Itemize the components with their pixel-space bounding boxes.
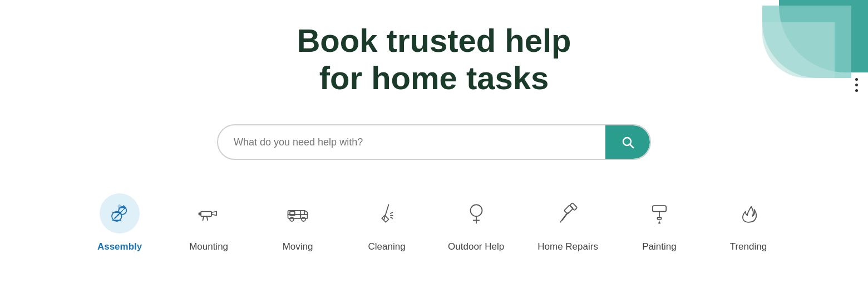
svg-line-10 — [203, 217, 204, 221]
svg-line-1 — [630, 145, 634, 148]
outdoor-icon — [465, 202, 488, 225]
search-input[interactable] — [218, 125, 605, 159]
search-icon — [621, 135, 634, 149]
mounting-label: Mounting — [189, 241, 228, 252]
moving-icon — [286, 202, 309, 225]
svg-rect-32 — [657, 217, 661, 220]
painting-icon-wrap — [639, 193, 679, 233]
painting-icon — [648, 202, 671, 225]
outdoor-label: Outdoor Help — [448, 241, 504, 252]
svg-line-11 — [207, 217, 208, 221]
category-item-home-repairs[interactable]: Home Repairs — [521, 193, 615, 252]
mounting-icon — [197, 202, 220, 225]
mounting-icon-wrap — [189, 193, 229, 233]
category-item-cleaning[interactable]: Cleaning — [342, 193, 431, 252]
category-item-painting[interactable]: Painting — [615, 193, 704, 252]
moving-label: Moving — [283, 241, 313, 252]
svg-line-22 — [391, 213, 393, 214]
search-bar — [217, 124, 651, 160]
categories-row: Assembly Mounting — [0, 193, 868, 252]
hero-title: Book trusted help for home tasks — [297, 22, 571, 96]
outdoor-icon-wrap — [456, 193, 496, 233]
home-repairs-label: Home Repairs — [537, 241, 598, 252]
category-item-assembly[interactable]: Assembly — [75, 193, 164, 252]
assembly-label: Assembly — [97, 241, 142, 252]
trending-label: Trending — [730, 241, 767, 252]
more-menu-button[interactable] — [855, 78, 858, 92]
category-item-moving[interactable]: Moving — [253, 193, 342, 252]
search-button[interactable] — [605, 125, 650, 159]
trending-icon — [737, 202, 760, 225]
home-repairs-icon — [556, 202, 580, 225]
painting-label: Painting — [642, 241, 676, 252]
home-repairs-icon-wrap — [548, 193, 588, 233]
cleaning-icon-wrap — [367, 193, 407, 233]
svg-point-23 — [470, 205, 482, 217]
svg-line-28 — [562, 213, 568, 221]
cleaning-icon — [375, 202, 398, 225]
trending-icon-wrap — [728, 193, 768, 233]
moving-icon-wrap — [278, 193, 318, 233]
svg-rect-7 — [201, 212, 211, 217]
cleaning-label: Cleaning — [368, 241, 406, 252]
svg-rect-29 — [569, 203, 577, 211]
category-item-outdoor[interactable]: Outdoor Help — [431, 193, 521, 252]
assembly-icon — [108, 202, 131, 225]
category-item-mounting[interactable]: Mounting — [164, 193, 253, 252]
svg-rect-30 — [653, 206, 667, 212]
category-item-trending[interactable]: Trending — [704, 193, 793, 252]
assembly-icon-wrap — [100, 193, 140, 233]
svg-rect-26 — [564, 205, 573, 214]
main-content: Book trusted help for home tasks — [0, 0, 868, 252]
svg-line-21 — [391, 217, 393, 218]
